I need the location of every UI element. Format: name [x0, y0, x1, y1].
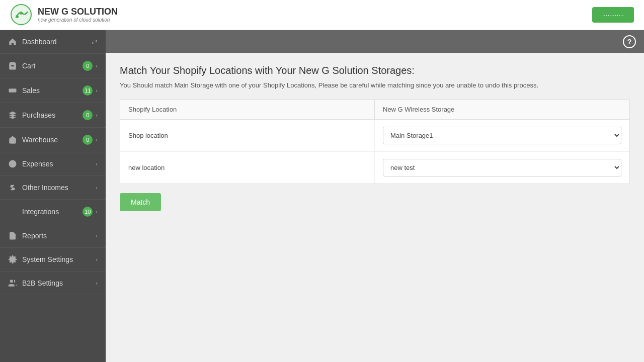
sidebar-item-system-settings[interactable]: System Settings ‹ — [0, 248, 106, 272]
col1-header: Shopify Location — [120, 100, 375, 119]
storage-cell-1: Main Storage1 new test — [375, 120, 629, 151]
page-description: You Should match Main Storage with one o… — [120, 81, 630, 89]
chevron-icon: ‹ — [96, 161, 98, 167]
sidebar-item-integrations[interactable]: Integrations 10 ‹ — [0, 200, 106, 224]
chevron-icon: ‹ — [96, 233, 98, 239]
match-button[interactable]: Match — [120, 193, 161, 211]
sidebar-item-reports[interactable]: Reports ‹ — [0, 224, 106, 248]
sidebar: Dashboard ⇄ Cart 0 ‹ Sales 11 — [0, 30, 106, 362]
content-body: Match Your Shopify Locations with Your N… — [106, 53, 644, 362]
sidebar-item-label-other-incomes: Other Incomes — [22, 184, 68, 192]
warehouse-icon — [8, 135, 17, 144]
sidebar-item-warehouse[interactable]: Warehouse 0 ‹ — [0, 128, 106, 152]
chevron-icon: ‹ — [96, 137, 98, 143]
sidebar-item-label-system-settings: System Settings — [22, 255, 73, 263]
col2-header: New G Wireless Storage — [375, 100, 629, 119]
match-table: Shopify Location New G Wireless Storage … — [120, 99, 630, 184]
table-row: Shop location Main Storage1 new test — [120, 120, 629, 152]
storage-cell-2: Main Storage1 new test — [375, 152, 629, 184]
location-label-2: new location — [128, 164, 165, 171]
sales-icon — [8, 86, 17, 95]
settings-icon — [8, 255, 17, 264]
b2b-icon — [8, 279, 17, 288]
chevron-icon: ‹ — [96, 209, 98, 215]
purchases-icon — [8, 111, 17, 120]
sidebar-item-expenses[interactable]: Expenses ‹ — [0, 152, 106, 176]
sidebar-item-cart[interactable]: Cart 0 ‹ — [0, 54, 106, 78]
content-area: ? Match Your Shopify Locations with Your… — [106, 30, 644, 362]
logo-text: NEW G SOLUTION new generation of cloud s… — [38, 7, 118, 24]
purchases-badge: 0 — [83, 110, 93, 120]
sidebar-item-b2b-settings[interactable]: B2B Settings ‹ — [0, 272, 106, 295]
svg-point-5 — [10, 280, 13, 283]
logo-icon — [10, 4, 33, 26]
sidebar-item-purchases[interactable]: Purchases 0 ‹ — [0, 103, 106, 128]
table-row: new location Main Storage1 new test — [120, 152, 629, 184]
sidebar-item-label-expenses: Expenses — [22, 160, 53, 168]
chevron-icon: ‹ — [96, 185, 98, 191]
cart-icon — [8, 61, 17, 70]
header-right: ············ — [592, 7, 634, 23]
sidebar-item-label-dashboard: Dashboard — [22, 38, 57, 46]
chevron-icon: ‹ — [96, 63, 98, 69]
logo-subtitle: new generation of cloud solution — [38, 17, 118, 23]
main-layout: Dashboard ⇄ Cart 0 ‹ Sales 11 — [0, 30, 644, 362]
integrations-icon — [8, 207, 17, 216]
storage-select-1[interactable]: Main Storage1 new test — [383, 127, 621, 144]
chevron-icon: ‹ — [96, 256, 98, 262]
chevron-icon: ‹ — [96, 280, 98, 286]
home-icon — [8, 37, 17, 46]
sidebar-item-sales[interactable]: Sales 11 ‹ — [0, 78, 106, 103]
chevron-icon: ‹ — [96, 87, 98, 94]
location-label-1: Shop location — [128, 132, 168, 139]
warehouse-badge: 0 — [83, 135, 93, 145]
integrations-badge: 10 — [83, 207, 93, 217]
other-incomes-icon — [8, 183, 17, 192]
top-header: NEW G SOLUTION new generation of cloud s… — [0, 0, 644, 30]
logo-title: NEW G SOLUTION — [38, 7, 118, 18]
sidebar-item-left: Dashboard — [8, 37, 57, 46]
storage-select-2[interactable]: Main Storage1 new test — [383, 159, 621, 176]
reports-icon — [8, 231, 17, 240]
help-icon[interactable]: ? — [623, 35, 636, 48]
location-cell-2: new location — [120, 152, 375, 184]
chevron-icon: ‹ — [96, 112, 98, 118]
page-title: Match Your Shopify Locations with Your N… — [120, 65, 630, 76]
sidebar-item-label-reports: Reports — [22, 232, 47, 240]
sidebar-item-label-warehouse: Warehouse — [22, 136, 58, 144]
sales-badge: 11 — [83, 85, 93, 96]
sidebar-item-label-integrations: Integrations — [22, 208, 59, 216]
svg-point-1 — [16, 15, 19, 18]
sidebar-item-other-incomes[interactable]: Other Incomes ‹ — [0, 176, 106, 200]
transfer-icon: ⇄ — [92, 38, 98, 46]
cart-badge: 0 — [83, 61, 93, 71]
logo-area: NEW G SOLUTION new generation of cloud s… — [10, 4, 118, 26]
sub-header: ? — [106, 30, 644, 53]
sidebar-item-label-sales: Sales — [22, 86, 40, 95]
location-cell-1: Shop location — [120, 120, 375, 151]
sidebar-item-dashboard[interactable]: Dashboard ⇄ — [0, 30, 106, 54]
expenses-icon — [8, 159, 17, 168]
user-button[interactable]: ············ — [592, 7, 634, 23]
sidebar-item-label-cart: Cart — [22, 62, 35, 70]
sidebar-item-label-purchases: Purchases — [22, 111, 55, 119]
match-table-header: Shopify Location New G Wireless Storage — [120, 100, 629, 120]
sidebar-item-label-b2b-settings: B2B Settings — [22, 279, 63, 287]
svg-point-2 — [20, 12, 23, 15]
